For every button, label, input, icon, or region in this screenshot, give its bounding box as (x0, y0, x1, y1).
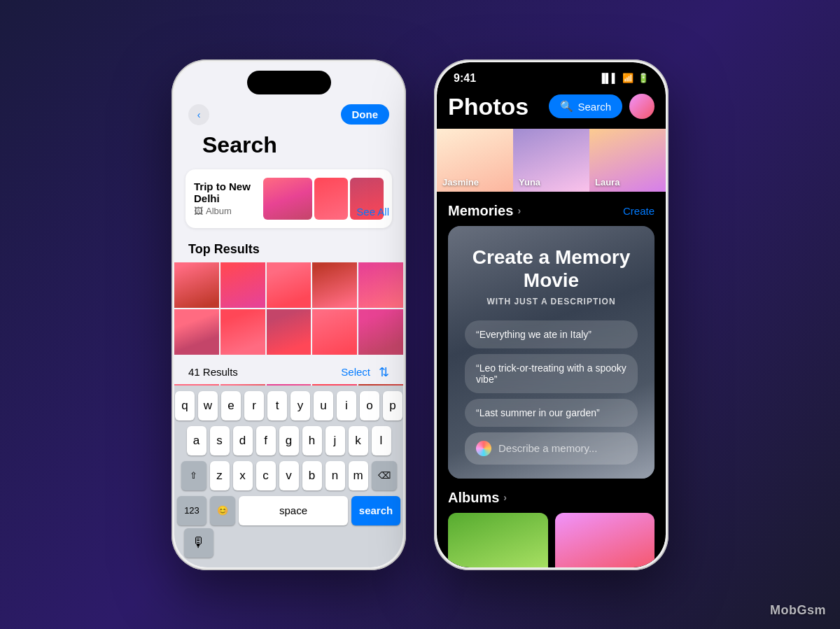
key-n[interactable]: n (326, 461, 345, 490)
see-all-link[interactable]: See All (356, 206, 389, 218)
key-mic[interactable]: 🎙 (184, 528, 214, 558)
key-z[interactable]: z (210, 461, 230, 490)
key-q[interactable]: q (175, 391, 195, 420)
grid-photo-3[interactable] (267, 262, 312, 308)
memory-suggestion-1[interactable]: “Everything we ate in Italy” (465, 320, 638, 348)
phone-2-screen: 9:41 ▐▌▌ 📶 🔋 Photos 🔍 Search (437, 62, 666, 567)
key-h[interactable]: h (302, 426, 322, 455)
key-l[interactable]: l (372, 426, 391, 455)
person-yuna[interactable]: Yuna (513, 129, 589, 192)
memory-suggestion-3[interactable]: “Last summer in our garden” (465, 399, 638, 427)
dynamic-island-2 (510, 71, 594, 94)
status-time: 9:41 (454, 72, 476, 85)
memory-describe-input[interactable]: Describe a memory... (465, 432, 638, 465)
select-button[interactable]: Select (341, 366, 370, 378)
key-x[interactable]: x (233, 461, 253, 490)
key-v[interactable]: v (279, 461, 299, 490)
key-j[interactable]: j (326, 426, 345, 455)
create-memory-button[interactable]: Create (623, 205, 654, 217)
people-row: Jasmine Yuna Laura (437, 129, 666, 192)
albums-row: Seaside idyll 63 Test 159 (437, 513, 666, 567)
key-f[interactable]: f (256, 426, 276, 455)
key-e[interactable]: e (221, 391, 241, 420)
phone-1-screen: ‹ Done Search See All Trip to New Delhi … (174, 62, 403, 567)
albums-header: Albums › (437, 490, 666, 513)
key-w[interactable]: w (198, 391, 218, 420)
done-button[interactable]: Done (341, 104, 390, 125)
key-u[interactable]: u (314, 391, 333, 420)
key-delete[interactable]: ⌫ (372, 461, 397, 490)
person-yuna-name: Yuna (519, 177, 540, 188)
person-jasmine-name: Jasmine (442, 177, 479, 188)
profile-avatar[interactable] (629, 94, 654, 119)
memory-input-icon (476, 441, 491, 456)
key-g[interactable]: g (279, 426, 299, 455)
results-count: 41 Results (188, 366, 238, 378)
phone-2: 9:41 ▐▌▌ 📶 🔋 Photos 🔍 Search (434, 59, 668, 570)
grid-photo-5[interactable] (358, 262, 403, 308)
keyboard-row-2: a s d f g h j k l (177, 426, 400, 455)
key-t[interactable]: t (267, 391, 287, 420)
key-p[interactable]: p (383, 391, 402, 420)
results-actions: Select ⇅ (341, 365, 389, 380)
key-y[interactable]: y (290, 391, 310, 420)
memories-title: Memories (448, 203, 513, 219)
key-r[interactable]: r (244, 391, 264, 420)
key-search[interactable]: search (351, 496, 400, 525)
grid-photo-4[interactable] (312, 262, 357, 308)
phone-1: ‹ Done Search See All Trip to New Delhi … (172, 59, 406, 570)
back-button[interactable]: ‹ (188, 104, 209, 125)
phones-container: ‹ Done Search See All Trip to New Delhi … (172, 59, 668, 570)
album-title: Trip to New Delhi (194, 181, 263, 204)
top-results-grid (174, 262, 403, 355)
key-m[interactable]: m (349, 461, 368, 490)
grid-photo-8[interactable] (267, 309, 312, 355)
memory-card[interactable]: Create a Memory Movie WITH JUST A DESCRI… (448, 226, 654, 479)
key-o[interactable]: o (360, 391, 379, 420)
key-b[interactable]: b (302, 461, 322, 490)
dynamic-island-1 (247, 71, 331, 94)
key-k[interactable]: k (349, 426, 368, 455)
results-bar: 41 Results Select ⇅ (174, 360, 403, 384)
keyboard: q w e r t y u i o p a s (174, 386, 403, 567)
key-space[interactable]: space (239, 496, 348, 525)
grid-photo-1[interactable] (174, 262, 219, 308)
search-page-title: Search (188, 132, 389, 165)
album-card[interactable]: Trip to New Delhi 🖼 Album (186, 169, 392, 228)
watermark: MobGsm (770, 603, 826, 618)
search-pill-label: Search (578, 101, 611, 113)
grid-photo-6[interactable] (174, 309, 219, 355)
grid-photo-10[interactable] (358, 309, 403, 355)
key-a[interactable]: a (187, 426, 206, 455)
album-seaside[interactable]: Seaside idyll 63 (448, 513, 548, 567)
memories-title-row: Memories › (448, 203, 521, 219)
key-i[interactable]: i (337, 391, 356, 420)
key-d[interactable]: d (233, 426, 253, 455)
person-laura[interactable]: Laura (589, 129, 666, 192)
album-seaside-cover (448, 513, 548, 567)
search-pill-button[interactable]: 🔍 Search (549, 94, 622, 118)
keyboard-row-1: q w e r t y u i o p (177, 391, 400, 420)
grid-photo-7[interactable] (220, 309, 265, 355)
status-icons: ▐▌▌ 📶 🔋 (598, 73, 649, 83)
sort-icon[interactable]: ⇅ (379, 365, 389, 380)
memory-input-placeholder: Describe a memory... (498, 442, 597, 454)
album-test[interactable]: Test 159 (555, 513, 655, 567)
grid-photo-9[interactable] (312, 309, 357, 355)
memory-card-content: Create a Memory Movie WITH JUST A DESCRI… (465, 246, 638, 465)
key-numbers[interactable]: 123 (177, 496, 206, 525)
key-s[interactable]: s (210, 426, 230, 455)
phone-2-inner: 9:41 ▐▌▌ 📶 🔋 Photos 🔍 Search (437, 62, 666, 567)
memory-suggestion-2[interactable]: “Leo trick-or-treating with a spooky vib… (465, 354, 638, 393)
memories-header: Memories › Create (437, 192, 666, 226)
album-test-cover (555, 513, 655, 567)
grid-photo-2[interactable] (220, 262, 265, 308)
key-c[interactable]: c (256, 461, 276, 490)
wifi-icon: 📶 (622, 73, 634, 83)
albums-title: Albums › (448, 490, 507, 506)
search-pill-icon: 🔍 (560, 100, 573, 113)
photos-app-title: Photos (448, 93, 528, 120)
person-jasmine[interactable]: Jasmine (437, 129, 513, 192)
key-emoji[interactable]: 😊 (210, 496, 235, 525)
key-shift[interactable]: ⇧ (181, 461, 206, 490)
